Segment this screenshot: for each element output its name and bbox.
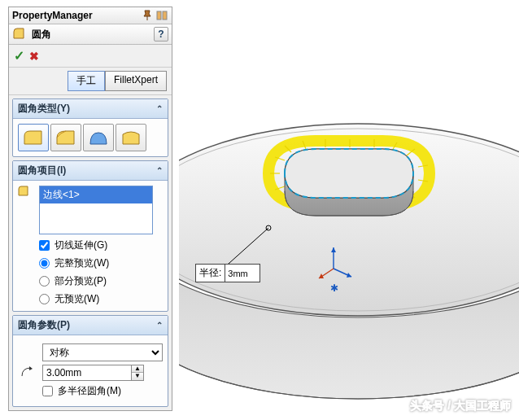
- chevron-up-icon: ⌃: [156, 321, 163, 330]
- section-fillet-items: 圆角项目(I) ⌃ 边线<1> 切线延伸(G) 完整预览(W) 部分预览(P): [12, 160, 168, 312]
- section-fillet-params: 圆角参数(P) ⌃ 对称 ▲ ▼: [12, 315, 168, 407]
- cancel-button[interactable]: ✖: [29, 50, 39, 63]
- spin-down-button[interactable]: ▼: [132, 373, 143, 380]
- section-title-params: 圆角参数(P): [18, 318, 70, 332]
- multi-radius-row[interactable]: 多半径圆角(M): [21, 384, 163, 398]
- help-button[interactable]: ?: [154, 27, 168, 42]
- feature-header: 圆角 ?: [9, 24, 172, 45]
- watermark-text: 头条号 / 大国工程师: [410, 399, 511, 413]
- constant-radius-button[interactable]: [18, 124, 49, 151]
- symmetry-row: 对称: [21, 343, 163, 361]
- edge-select-icon: [16, 184, 31, 201]
- partial-preview-label: 部分预览(P): [55, 274, 107, 288]
- panel-title-text: PropertyManager: [12, 10, 93, 21]
- full-preview-label: 完整预览(W): [55, 256, 109, 270]
- radius-input[interactable]: [42, 365, 132, 381]
- section-header-items[interactable]: 圆角项目(I) ⌃: [13, 161, 168, 181]
- full-preview-option[interactable]: 完整预览(W): [39, 256, 163, 270]
- partial-preview-radio[interactable]: [39, 276, 50, 287]
- section-header-type[interactable]: 圆角类型(Y) ⌃: [13, 99, 168, 119]
- callout-value-input[interactable]: [225, 267, 260, 280]
- selected-edge-item[interactable]: 边线<1>: [40, 186, 152, 203]
- tab-manual[interactable]: 手工: [68, 71, 105, 91]
- section-header-params[interactable]: 圆角参数(P) ⌃: [13, 316, 168, 335]
- full-round-button[interactable]: [116, 124, 146, 151]
- feature-name: 圆角: [32, 28, 51, 42]
- confirm-row: ✓ ✖: [9, 45, 172, 68]
- tangent-label: 切线延伸(G): [55, 238, 107, 252]
- svg-rect-1: [157, 11, 161, 20]
- section-title-items: 圆角项目(I): [18, 164, 66, 177]
- property-manager-panel: PropertyManager 圆角 ? ✓ ✖ 手工 FilletXpert …: [8, 7, 172, 411]
- multi-radius-checkbox[interactable]: [42, 386, 53, 396]
- chevron-up-icon: ⌃: [156, 166, 163, 175]
- fillet-feature-icon: [12, 27, 27, 42]
- graphics-viewport[interactable]: ✱: [179, 0, 519, 420]
- split-icon[interactable]: [155, 9, 168, 22]
- chevron-up-icon: ⌃: [156, 104, 163, 113]
- full-preview-radio[interactable]: [39, 258, 50, 269]
- svg-rect-2: [163, 11, 167, 20]
- radius-spinner[interactable]: ▲ ▼: [42, 365, 144, 381]
- model-scene: ✱: [179, 0, 519, 420]
- no-preview-radio[interactable]: [39, 294, 50, 304]
- ok-button[interactable]: ✓: [14, 48, 24, 63]
- radius-row: ▲ ▼: [21, 365, 163, 381]
- pushpin-icon[interactable]: [141, 9, 154, 22]
- callout-label: 半径:: [196, 265, 225, 282]
- tangent-propagation-option[interactable]: 切线延伸(G): [39, 238, 163, 252]
- svg-text:✱: ✱: [330, 282, 338, 294]
- symmetry-select[interactable]: 对称: [42, 343, 163, 361]
- no-preview-label: 无预览(W): [55, 292, 99, 306]
- panel-titlebar: PropertyManager: [9, 7, 172, 24]
- radius-icon: [21, 366, 37, 380]
- mode-tabs: 手工 FilletXpert: [9, 68, 172, 95]
- multi-radius-label: 多半径圆角(M): [58, 384, 121, 398]
- face-fillet-button[interactable]: [83, 124, 114, 151]
- variable-radius-button[interactable]: [50, 124, 81, 151]
- section-title-type: 圆角类型(Y): [18, 102, 70, 116]
- tangent-checkbox[interactable]: [39, 240, 50, 251]
- partial-preview-option[interactable]: 部分预览(P): [39, 274, 163, 288]
- section-fillet-type: 圆角类型(Y) ⌃: [12, 98, 168, 157]
- selection-list[interactable]: 边线<1>: [39, 186, 153, 234]
- radius-callout[interactable]: 半径:: [195, 264, 260, 282]
- tab-filletxpert[interactable]: FilletXpert: [105, 71, 167, 91]
- no-preview-option[interactable]: 无预览(W): [39, 292, 163, 306]
- fillet-type-buttons: [18, 124, 163, 151]
